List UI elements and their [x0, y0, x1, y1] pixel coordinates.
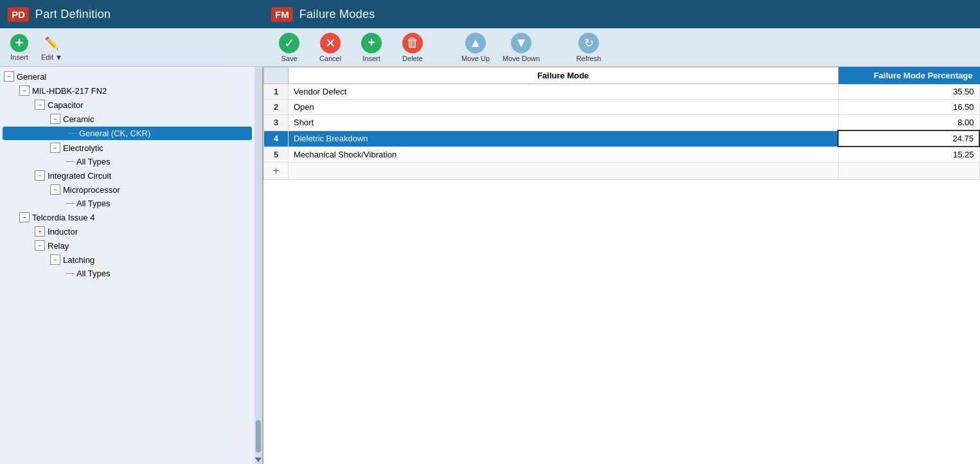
- tree-item-integrated-circuit[interactable]: − Integrated Circuit: [0, 168, 254, 183]
- table-row[interactable]: 4Dieletric Breakdown24.75: [264, 130, 980, 147]
- left-panel-header: PD Part Definition: [0, 0, 263, 28]
- row-mode: Vendor Defect: [289, 84, 839, 100]
- tree-item-all-types-l[interactable]: All Types: [0, 267, 254, 280]
- cancel-button[interactable]: ✕ Cancel: [311, 31, 350, 64]
- row-pct: 8.00: [838, 115, 979, 131]
- row-pct: 35.50: [838, 84, 979, 100]
- right-panel-header: FM Failure Modes: [263, 0, 980, 28]
- table-row[interactable]: 1Vendor Defect35.50: [264, 84, 980, 100]
- tree-item-latching[interactable]: − Latching: [0, 253, 254, 267]
- tree-item-ceramic[interactable]: − Ceramic: [0, 112, 254, 126]
- insert-fm-button[interactable]: + Insert: [352, 31, 391, 64]
- expand-electrolytic[interactable]: −: [50, 143, 60, 153]
- row-num: 5: [264, 147, 289, 163]
- expand-relay[interactable]: −: [35, 240, 45, 251]
- row-mode: Open: [289, 100, 839, 115]
- left-panel-title: Part Definition: [35, 8, 111, 21]
- tree-item-inductor[interactable]: + Inductor: [0, 224, 254, 238]
- right-panel-title: Failure Modes: [299, 8, 375, 21]
- tree-item-relay[interactable]: − Relay: [0, 238, 254, 253]
- delete-button[interactable]: 🗑 Delete: [393, 31, 432, 64]
- expand-ic[interactable]: −: [35, 170, 45, 181]
- save-button[interactable]: ✓ Save: [270, 31, 308, 64]
- expand-general[interactable]: −: [4, 71, 14, 82]
- failure-modes-table: Failure Mode Failure Mode Percentage 1Ve…: [263, 67, 980, 180]
- tree-item-capacitor[interactable]: − Capacitor: [0, 98, 254, 112]
- tree-item-all-types-m[interactable]: All Types: [0, 197, 254, 210]
- row-num: 4: [264, 130, 289, 147]
- row-mode: Dieletric Breakdown: [289, 130, 839, 147]
- row-pct: 15.25: [838, 147, 979, 163]
- table-row[interactable]: 2Open16.50: [264, 100, 980, 115]
- tree-item-general-ck[interactable]: General (CK, CKR): [3, 127, 252, 140]
- table-row[interactable]: 3Short8.00: [264, 115, 980, 131]
- tree-item-mil[interactable]: − MIL-HDBK-217 FN2: [0, 84, 254, 98]
- expand-mil[interactable]: −: [19, 85, 30, 96]
- row-num: 3: [264, 115, 289, 131]
- expand-inductor[interactable]: +: [35, 226, 45, 236]
- pd-badge: PD: [8, 7, 29, 22]
- add-row[interactable]: +: [264, 163, 980, 180]
- tree-container: − General − MIL-HDBK-217 FN2 − Capacitor…: [0, 67, 254, 464]
- expand-capacitor[interactable]: −: [35, 100, 45, 110]
- row-mode: Mechanical Shock/Vibration: [289, 147, 839, 163]
- scroll-down-arrow[interactable]: [255, 458, 262, 462]
- col-header-mode: Failure Mode: [289, 67, 839, 84]
- expand-telcordia[interactable]: −: [19, 212, 30, 222]
- failure-modes-table-area: Failure Mode Failure Mode Percentage 1Ve…: [263, 67, 980, 464]
- tree-item-general[interactable]: − General: [0, 69, 254, 84]
- insert-button[interactable]: + Insert: [6, 33, 32, 62]
- row-mode: Short: [289, 115, 839, 131]
- tree-item-all-types-e[interactable]: All Types: [0, 155, 254, 168]
- move-up-button[interactable]: ▲ Move Up: [456, 31, 495, 64]
- fm-badge: FM: [271, 7, 293, 22]
- row-pct: 24.75: [838, 130, 979, 147]
- tree-item-microprocessor[interactable]: − Microprocessor: [0, 183, 254, 197]
- expand-micro[interactable]: −: [50, 184, 60, 195]
- row-num: 1: [264, 84, 289, 100]
- edit-button[interactable]: ✏️ Edit ▼: [37, 33, 66, 62]
- row-pct: 16.50: [838, 100, 979, 115]
- expand-latching[interactable]: −: [50, 254, 60, 265]
- tree-item-telcordia[interactable]: − Telcordia Issue 4: [0, 210, 254, 224]
- left-toolbar: + Insert ✏️ Edit ▼: [0, 28, 263, 67]
- move-down-button[interactable]: ▼ Move Down: [497, 31, 545, 64]
- expand-ceramic[interactable]: −: [50, 114, 60, 124]
- col-header-pct: Failure Mode Percentage: [838, 67, 979, 84]
- refresh-button[interactable]: ↻ Refresh: [569, 31, 608, 64]
- row-num: 2: [264, 100, 289, 115]
- add-row-cell[interactable]: +: [264, 163, 289, 180]
- table-row[interactable]: 5Mechanical Shock/Vibration15.25: [264, 147, 980, 163]
- tree-item-electrolytic[interactable]: − Electrolytic: [0, 141, 254, 155]
- col-header-num: [264, 67, 289, 84]
- right-toolbar: ✓ Save ✕ Cancel + Insert 🗑 Delete ▲ Move…: [263, 28, 980, 67]
